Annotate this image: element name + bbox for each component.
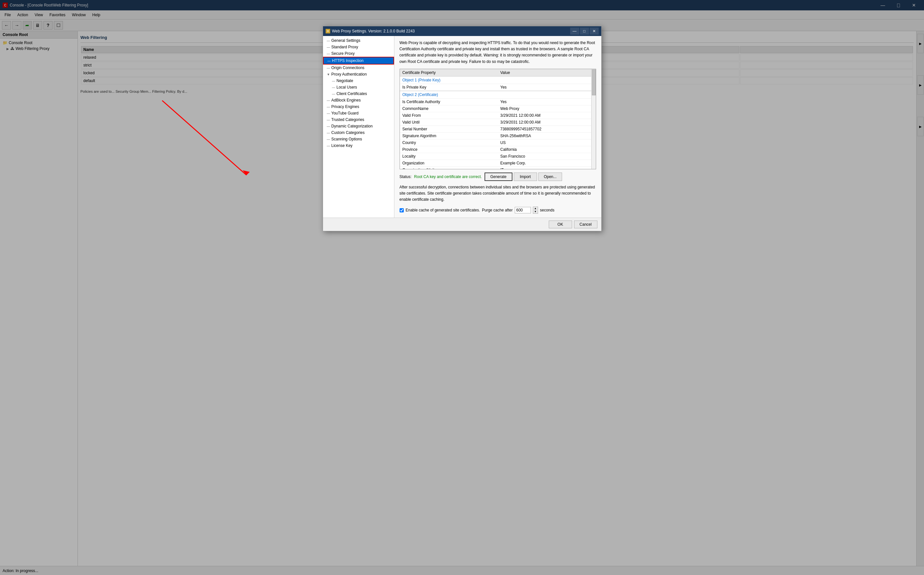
prop-valid-from: Valid From xyxy=(400,112,498,119)
expand-icon: ▼ xyxy=(327,73,330,76)
expand-icon: — xyxy=(327,144,330,148)
purge-label: Purge cache after xyxy=(482,208,513,213)
nav-privacy[interactable]: — Privacy Engines xyxy=(323,103,394,110)
expand-icon: — xyxy=(327,131,330,135)
svg-line-0 xyxy=(162,100,246,175)
expand-icon: — xyxy=(332,92,335,96)
prop-org: Organization xyxy=(400,160,498,166)
cache-checkbox[interactable] xyxy=(400,208,404,213)
val-cn: Web Proxy xyxy=(498,105,596,112)
row-org-unit: OrganizationalUnit IT xyxy=(400,166,596,169)
modal-footer: OK Cancel xyxy=(323,218,601,231)
nav-label: Local Users xyxy=(337,85,357,89)
description-paragraph: Web Proxy is capable of decrypting and i… xyxy=(400,40,596,65)
row-serial: Serial Number 7388099957451857702 xyxy=(400,125,596,132)
val-valid-from: 3/29/2021 12:00:00 AM xyxy=(498,112,596,119)
nav-standard-proxy[interactable]: — Standard Proxy xyxy=(323,44,394,50)
prop-is-ca: Is Certificate Authority xyxy=(400,98,498,105)
section-header-2: Object 2 (Certificate) xyxy=(400,91,596,98)
spinner-up[interactable]: ▲ xyxy=(533,207,538,210)
import-button[interactable]: Import xyxy=(514,173,537,181)
cache-spinner: ▲ ▼ xyxy=(533,206,538,214)
val-valid-until: 3/29/2031 12:00:00 AM xyxy=(498,119,596,125)
modal-restore-btn[interactable]: □ xyxy=(580,27,589,35)
nav-proxy-auth[interactable]: ▼ Proxy Authentication xyxy=(323,71,394,78)
expand-icon: — xyxy=(327,45,330,49)
ok-button[interactable]: OK xyxy=(549,221,572,228)
status-value: Root CA key and certificate are correct. xyxy=(414,175,482,179)
open-button[interactable]: Open... xyxy=(538,173,562,181)
val-province: California xyxy=(498,146,596,153)
modal-title: Web Proxy Settings. Version: 2.1.0.0 Bui… xyxy=(332,29,570,33)
modal-minimize-btn[interactable]: — xyxy=(570,27,579,35)
cert-buttons: Generate Import Open... xyxy=(484,173,562,181)
cache-description: After successful decryption, connections… xyxy=(400,184,596,203)
nav-adblock[interactable]: — AdBlock Engines xyxy=(323,97,394,103)
spinner-down[interactable]: ▼ xyxy=(533,210,538,213)
val-sig-algo: SHA-256withRSA xyxy=(498,132,596,139)
nav-label: Origin Connections xyxy=(332,65,365,70)
col-value: Value xyxy=(498,69,596,76)
nav-custom-cat[interactable]: — Custom Categories xyxy=(323,129,394,136)
row-private-key: Is Private Key Yes xyxy=(400,84,596,91)
expand-icon: — xyxy=(327,66,330,70)
nav-origin-connections[interactable]: — Origin Connections xyxy=(323,65,394,71)
nav-label: Standard Proxy xyxy=(332,45,358,49)
prop-country: Country xyxy=(400,139,498,146)
nav-scanning[interactable]: — Scanning Options xyxy=(323,136,394,142)
expand-icon: — xyxy=(327,111,330,115)
nav-label: YouTube Guard xyxy=(332,111,359,116)
prop-sig-algo: Signature Algorithm xyxy=(400,132,498,139)
cache-value-input[interactable] xyxy=(515,207,531,213)
expand-icon: — xyxy=(327,59,331,63)
nav-label: Scanning Options xyxy=(332,137,362,141)
modal-title-bar: ⚙ Web Proxy Settings. Version: 2.1.0.0 B… xyxy=(323,26,601,36)
nav-label: License Key xyxy=(332,143,352,148)
nav-https-inspection[interactable]: — HTTPS Inspection xyxy=(323,57,394,65)
nav-label: Privacy Engines xyxy=(332,105,359,109)
expand-icon: — xyxy=(327,105,330,109)
nav-secure-proxy[interactable]: — Secure Proxy xyxy=(323,50,394,57)
nav-label: General Settings xyxy=(332,38,360,43)
status-label: Status: xyxy=(400,175,411,179)
svg-marker-1 xyxy=(243,170,250,175)
nav-local-users[interactable]: — Local Users xyxy=(323,84,394,91)
modal-overlay: ⚙ Web Proxy Settings. Version: 2.1.0.0 B… xyxy=(0,0,924,575)
nav-dynamic-cat[interactable]: — Dynamic Categorization xyxy=(323,123,394,129)
prop-locality: Locality xyxy=(400,153,498,160)
nav-negotiate[interactable]: — Negotiate xyxy=(323,78,394,84)
prop-province: Province xyxy=(400,146,498,153)
val-country: US xyxy=(498,139,596,146)
val-locality: San Francisco xyxy=(498,153,596,160)
nav-youtube[interactable]: — YouTube Guard xyxy=(323,110,394,116)
table-scrollbar[interactable] xyxy=(591,69,596,169)
row-locality: Locality San Francisco xyxy=(400,153,596,160)
expand-icon: — xyxy=(327,118,330,122)
nav-general-settings[interactable]: — General Settings xyxy=(323,37,394,44)
settings-nav: — General Settings — Standard Proxy — Se… xyxy=(323,36,394,218)
app-window: C Console - [Console Root\Web Filtering … xyxy=(0,0,924,575)
prop-org-unit: OrganizationalUnit xyxy=(400,166,498,169)
val-is-private-key: Yes xyxy=(498,84,596,91)
modal-controls: — □ ✕ xyxy=(570,27,599,35)
nav-label: Trusted Categories xyxy=(332,118,365,122)
expand-icon: — xyxy=(327,124,330,128)
cancel-button[interactable]: Cancel xyxy=(574,221,597,228)
row-common-name: CommonName Web Proxy xyxy=(400,105,596,112)
expand-icon: — xyxy=(327,98,330,102)
nav-license[interactable]: — License Key xyxy=(323,142,394,149)
nav-label: Client Certificates xyxy=(337,91,367,96)
cert-table-wrapper: Certificate Property Value Object 1 (Pri… xyxy=(400,69,596,169)
nav-label: Negotiate xyxy=(337,78,353,83)
expand-icon: — xyxy=(327,39,330,43)
row-valid-until: Valid Until 3/29/2031 12:00:00 AM xyxy=(400,119,596,125)
val-org: Example Corp. xyxy=(498,160,596,166)
scrollbar-thumb[interactable] xyxy=(592,69,596,95)
val-org-unit: IT xyxy=(498,166,596,169)
prop-serial: Serial Number xyxy=(400,125,498,132)
generate-button[interactable]: Generate xyxy=(484,173,513,181)
nav-trusted-cat[interactable]: — Trusted Categories xyxy=(323,116,394,123)
modal-close-btn[interactable]: ✕ xyxy=(590,27,599,35)
nav-client-certs[interactable]: — Client Certificates xyxy=(323,91,394,97)
nav-label: Proxy Authentication xyxy=(332,72,367,76)
